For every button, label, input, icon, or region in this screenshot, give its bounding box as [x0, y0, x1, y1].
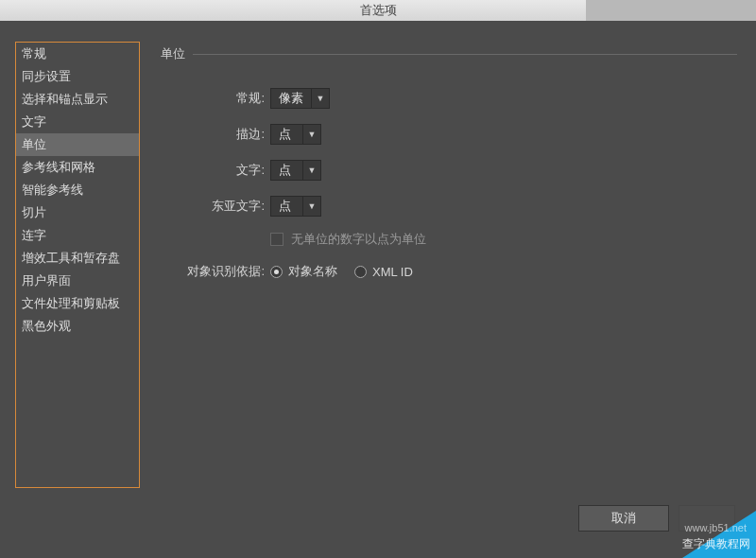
label-general: 常规: — [161, 90, 270, 107]
preferences-dialog: 常规 同步设置 选择和锚点显示 文字 单位 参考线和网格 智能参考线 切片 连字… — [0, 21, 756, 558]
cancel-button[interactable]: 取消 — [578, 505, 669, 532]
sidebar-item-ui[interactable]: 用户界面 — [16, 270, 139, 292]
select-type-units[interactable]: 点 ▼ — [270, 160, 321, 181]
row-general-units: 常规: 像素 ▼ — [161, 87, 737, 110]
sidebar-item-slices[interactable]: 切片 — [16, 201, 139, 224]
label-type: 文字: — [161, 162, 270, 179]
label-asian-type: 东亚文字: — [161, 198, 270, 215]
radio-option-xml-id[interactable]: XML ID — [354, 265, 413, 279]
row-identify-by: 对象识别依据: 对象名称 XML ID — [161, 263, 737, 280]
section-title: 单位 — [161, 45, 193, 62]
select-general-units[interactable]: 像素 ▼ — [270, 88, 330, 109]
row-asian-type-units: 东亚文字: 点 ▼ — [161, 195, 737, 218]
sidebar-item-general[interactable]: 常规 — [16, 43, 139, 65]
ok-button[interactable] — [679, 505, 735, 532]
select-value: 点 — [271, 125, 303, 144]
sidebar-item-file-clipboard[interactable]: 文件处理和剪贴板 — [16, 292, 139, 315]
select-value: 点 — [271, 161, 303, 180]
watermark-text: 查字典教程网 — [682, 536, 750, 552]
checkbox-no-unit-as-points[interactable] — [270, 233, 284, 246]
sidebar-item-units[interactable]: 单位 — [16, 133, 139, 156]
radio-icon — [354, 266, 367, 278]
label-identify-by: 对象识别依据: — [161, 263, 270, 280]
section-header: 单位 — [161, 45, 737, 62]
window-titlebar: 首选项 — [0, 0, 756, 21]
row-no-unit-as-points: 无单位的数字以点为单位 — [270, 231, 737, 248]
select-value: 像素 — [271, 89, 312, 108]
select-asian-type-units[interactable]: 点 ▼ — [270, 196, 321, 217]
chevron-down-icon: ▼ — [312, 94, 329, 103]
sidebar-item-hyphenation[interactable]: 连字 — [16, 224, 139, 247]
chevron-down-icon: ▼ — [303, 166, 320, 175]
window-title: 首选项 — [360, 3, 397, 17]
radio-label-text: 对象名称 — [288, 263, 337, 280]
select-value: 点 — [271, 197, 303, 216]
sidebar-item-sync[interactable]: 同步设置 — [16, 65, 139, 88]
chevron-down-icon: ▼ — [303, 201, 320, 211]
chevron-down-icon: ▼ — [303, 130, 320, 139]
radio-icon — [270, 266, 283, 278]
label-stroke: 描边: — [161, 126, 270, 143]
category-sidebar: 常规 同步设置 选择和锚点显示 文字 单位 参考线和网格 智能参考线 切片 连字… — [15, 42, 140, 488]
row-type-units: 文字: 点 ▼ — [161, 159, 737, 182]
section-divider — [193, 54, 737, 55]
sidebar-item-black-appearance[interactable]: 黑色外观 — [16, 315, 139, 338]
row-stroke-units: 描边: 点 ▼ — [161, 123, 737, 146]
sidebar-item-type[interactable]: 文字 — [16, 111, 139, 133]
select-stroke-units[interactable]: 点 ▼ — [270, 124, 321, 145]
radio-label-text: XML ID — [372, 265, 413, 279]
radio-option-object-name[interactable]: 对象名称 — [270, 263, 337, 280]
units-panel: 单位 常规: 像素 ▼ 描边: 点 ▼ 文字: 点 ▼ 东亚文字: — [161, 45, 737, 280]
sidebar-item-selection-anchor[interactable]: 选择和锚点显示 — [16, 88, 139, 111]
checkbox-label: 无单位的数字以点为单位 — [291, 231, 426, 248]
dialog-button-bar: 取消 — [578, 505, 735, 532]
sidebar-item-guides-grid[interactable]: 参考线和网格 — [16, 156, 139, 179]
sidebar-item-plugins-scratch[interactable]: 增效工具和暂存盘 — [16, 247, 139, 270]
sidebar-item-smart-guides[interactable]: 智能参考线 — [16, 179, 139, 201]
